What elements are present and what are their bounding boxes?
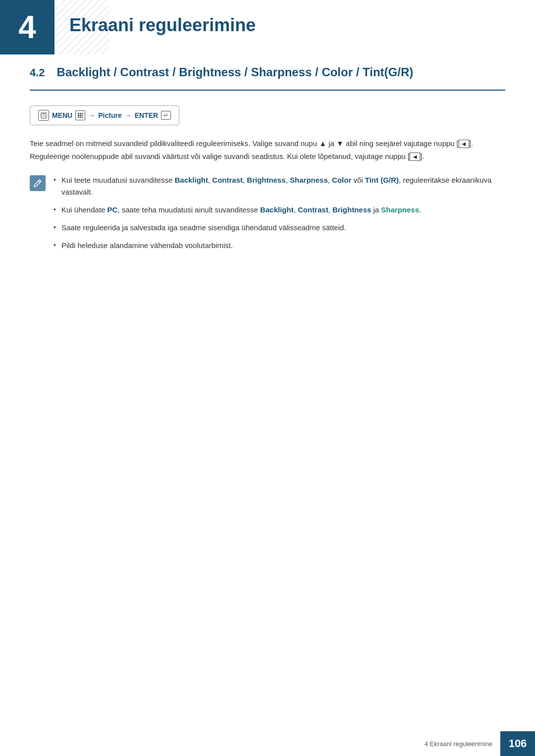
- menu-path-box: MENU → Picture → ENTER ↵: [30, 105, 179, 125]
- arrow1: →: [88, 111, 95, 119]
- main-content: 4.2 Backlight / Contrast / Brightness / …: [30, 64, 505, 257]
- svg-rect-12: [80, 117, 81, 118]
- enter-icon: ↵: [161, 111, 171, 120]
- svg-rect-13: [82, 117, 83, 118]
- footer-label: 4 Ekraani reguleerimine: [425, 740, 500, 748]
- list-item: Pildi heleduse alandamine vähendab voolu…: [52, 240, 505, 252]
- svg-point-3: [44, 115, 45, 116]
- grid-icon: [75, 110, 85, 120]
- svg-rect-9: [80, 115, 81, 116]
- arrow2: →: [125, 111, 132, 119]
- menu-label: MENU: [52, 111, 72, 119]
- svg-point-4: [43, 116, 44, 117]
- svg-rect-6: [80, 113, 81, 114]
- svg-rect-0: [41, 112, 46, 118]
- svg-rect-7: [82, 113, 83, 114]
- section-number: 4.2: [30, 64, 45, 79]
- list-item: Saate reguleerida ja salvestada iga sead…: [52, 222, 505, 234]
- svg-rect-10: [82, 115, 83, 116]
- footer-page: 106: [500, 731, 535, 756]
- section-heading: 4.2 Backlight / Contrast / Brightness / …: [30, 64, 505, 91]
- remote-icon: [38, 110, 49, 121]
- chapter-title: Ekraani reguleerimine: [69, 15, 256, 36]
- note-icon: [30, 175, 46, 191]
- body-paragraph: Teie seadmel on mitmeid suvandeid pildik…: [30, 137, 505, 162]
- note-list-wrapper: Kui teete muudatusi suvanditesse Backlig…: [30, 174, 505, 257]
- enter-label: ENTER: [135, 111, 158, 119]
- chapter-number: 4: [18, 9, 36, 46]
- list-item: Kui ühendate PC, saate teha muudatusi ai…: [52, 204, 505, 216]
- chapter-number-box: 4: [0, 0, 54, 54]
- header-strip: 4 Ekraani reguleerimine: [0, 0, 535, 54]
- footer: 4 Ekraani reguleerimine 106: [0, 731, 535, 756]
- svg-point-2: [42, 115, 43, 116]
- svg-rect-5: [78, 113, 79, 114]
- svg-rect-1: [43, 113, 45, 114]
- bullet-list: Kui teete muudatusi suvanditesse Backlig…: [52, 174, 505, 257]
- svg-rect-8: [78, 115, 79, 116]
- list-item: Kui teete muudatusi suvanditesse Backlig…: [52, 174, 505, 198]
- picture-label: Picture: [98, 111, 121, 119]
- section-title: Backlight / Contrast / Brightness / Shar…: [57, 64, 414, 80]
- svg-rect-11: [78, 117, 79, 118]
